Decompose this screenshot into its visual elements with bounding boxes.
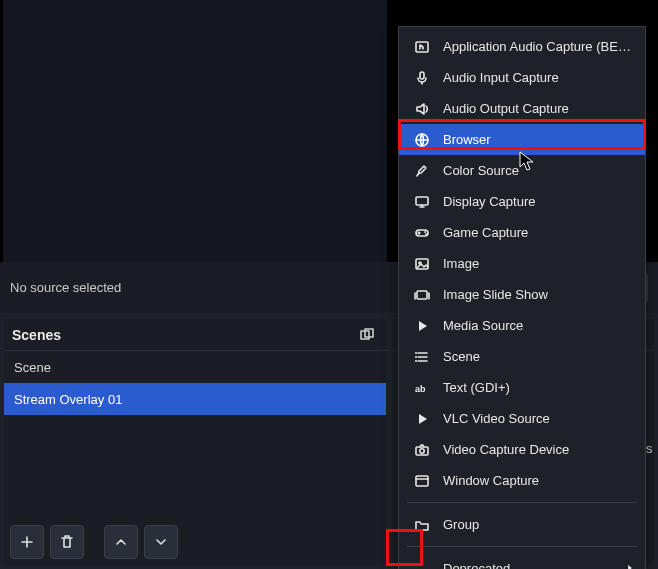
scenes-popout-button[interactable] xyxy=(356,324,378,346)
menu-item[interactable]: abText (GDI+) xyxy=(399,372,645,403)
menu-item[interactable]: Browser xyxy=(399,124,645,155)
blank-icon xyxy=(413,560,431,570)
source-status-text: No source selected xyxy=(10,280,441,295)
scenes-panel: Scenes SceneStream Overlay 01 xyxy=(4,319,386,565)
menu-item-label: Application Audio Capture (BETA) xyxy=(443,39,631,54)
menu-item-label: Deprecated xyxy=(443,561,631,569)
svg-rect-21 xyxy=(416,476,428,486)
move-scene-up-button[interactable] xyxy=(104,525,138,559)
add-source-menu[interactable]: Application Audio Capture (BETA)Audio In… xyxy=(398,26,646,569)
gamepad-icon xyxy=(413,224,431,242)
menu-item[interactable]: Audio Input Capture xyxy=(399,62,645,93)
svg-point-11 xyxy=(425,233,427,235)
menu-item[interactable]: Window Capture xyxy=(399,465,645,496)
svg-point-17 xyxy=(415,360,417,362)
slideshow-icon xyxy=(413,286,431,304)
menu-item-label: Image xyxy=(443,256,631,271)
menu-item-label: Image Slide Show xyxy=(443,287,631,302)
menu-item-label: Text (GDI+) xyxy=(443,380,631,395)
svg-point-10 xyxy=(424,231,426,233)
scenes-title: Scenes xyxy=(12,327,356,343)
scene-item[interactable]: Stream Overlay 01 xyxy=(4,383,386,415)
menu-item[interactable]: Video Capture Device xyxy=(399,434,645,465)
svg-rect-6 xyxy=(420,72,424,79)
menu-item[interactable]: Application Audio Capture (BETA) xyxy=(399,31,645,62)
menu-item-label: VLC Video Source xyxy=(443,411,631,426)
image-icon xyxy=(413,255,431,273)
speaker-icon xyxy=(413,100,431,118)
menu-item[interactable]: Image xyxy=(399,248,645,279)
add-scene-button[interactable] xyxy=(10,525,44,559)
menu-item-label: Group xyxy=(443,517,631,532)
menu-item-label: Scene xyxy=(443,349,631,364)
preview-canvas xyxy=(3,0,387,262)
menu-item[interactable]: Display Capture xyxy=(399,186,645,217)
menu-item[interactable]: Game Capture xyxy=(399,217,645,248)
move-scene-down-button[interactable] xyxy=(144,525,178,559)
app-audio-icon xyxy=(413,38,431,56)
menu-item[interactable]: Audio Output Capture xyxy=(399,93,645,124)
menu-item[interactable]: Scene xyxy=(399,341,645,372)
menu-item-label: Video Capture Device xyxy=(443,442,631,457)
menu-item-label: Audio Input Capture xyxy=(443,70,631,85)
svg-text:ab: ab xyxy=(415,384,426,394)
svg-point-20 xyxy=(420,448,424,452)
globe-icon xyxy=(413,131,431,149)
menu-item[interactable]: Image Slide Show xyxy=(399,279,645,310)
menu-item-label: Browser xyxy=(443,132,631,147)
list-icon xyxy=(413,348,431,366)
scene-item[interactable]: Scene xyxy=(4,351,386,383)
camera-icon xyxy=(413,441,431,459)
menu-item-label: Display Capture xyxy=(443,194,631,209)
scenes-list[interactable]: SceneStream Overlay 01 xyxy=(4,351,386,519)
menu-item-group[interactable]: Group xyxy=(399,509,645,540)
menu-item-deprecated[interactable]: Deprecated xyxy=(399,553,645,569)
chevron-right-icon xyxy=(625,561,635,569)
mic-icon xyxy=(413,69,431,87)
play-icon xyxy=(413,317,431,335)
folder-icon xyxy=(413,516,431,534)
play-icon xyxy=(413,410,431,428)
text-icon: ab xyxy=(413,379,431,397)
menu-item-label: Audio Output Capture xyxy=(443,101,631,116)
svg-rect-8 xyxy=(416,197,428,205)
menu-item[interactable]: Media Source xyxy=(399,310,645,341)
window-icon xyxy=(413,472,431,490)
monitor-icon xyxy=(413,193,431,211)
menu-item-label: Window Capture xyxy=(443,473,631,488)
remove-scene-button[interactable] xyxy=(50,525,84,559)
brush-icon xyxy=(413,162,431,180)
menu-item-label: Media Source xyxy=(443,318,631,333)
menu-item[interactable]: VLC Video Source xyxy=(399,403,645,434)
svg-point-16 xyxy=(415,356,417,358)
svg-point-15 xyxy=(415,352,417,354)
svg-rect-14 xyxy=(417,291,427,299)
menu-item-label: Color Source xyxy=(443,163,631,178)
menu-item[interactable]: Color Source xyxy=(399,155,645,186)
menu-item-label: Game Capture xyxy=(443,225,631,240)
